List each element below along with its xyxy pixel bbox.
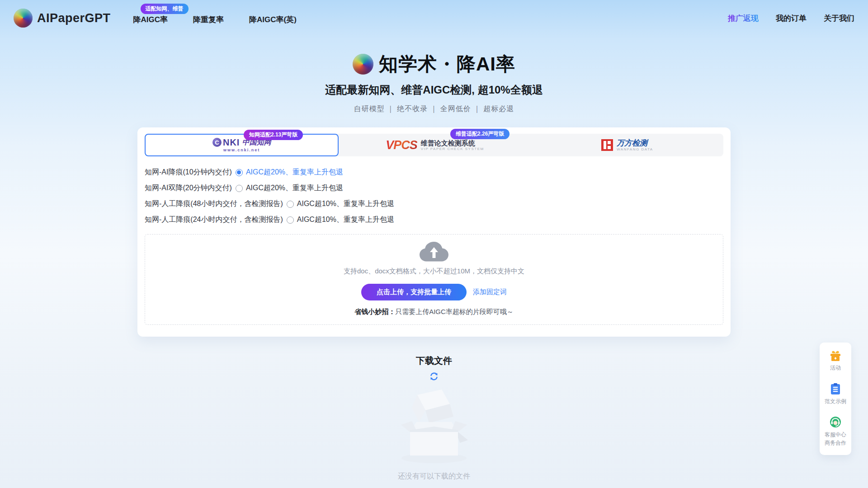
upload-dropzone[interactable]: 支持doc、docx文档格式，大小不超过10M，文档仅支持中文 点击上传，支持批…	[145, 234, 723, 325]
refresh-icon[interactable]	[429, 371, 439, 383]
upload-hint: 支持doc、docx文档格式，大小不超过10M，文档仅支持中文	[145, 267, 723, 276]
nav-menu: 适配知网、维普 降AIGC率 降重复率 降AIGC率(英)	[133, 0, 297, 36]
radio-button[interactable]	[236, 185, 243, 192]
option-label: 知网-AI双降(20分钟内交付)	[145, 183, 232, 193]
money-saving-tip: 省钱小妙招：只需要上传AIGC率超标的片段即可哦～	[145, 308, 723, 316]
nav-item-aigc[interactable]: 适配知网、维普 降AIGC率	[133, 12, 168, 25]
side-label: 活动	[830, 364, 841, 372]
side-item-support[interactable]: 客服中心 商务合作	[825, 416, 846, 447]
nav-item-label: 降AIGC率	[133, 15, 168, 24]
nav-link-about[interactable]: 关于我们	[824, 13, 854, 23]
tab-wanfang[interactable]: 万方检测 WANFANG DATA	[531, 134, 723, 156]
wanfang-logo-icon	[601, 139, 613, 151]
page-title: 知学术・降AI率	[379, 52, 515, 77]
tip-label: 省钱小妙招：	[354, 308, 395, 315]
navbar: AIPaperGPT 适配知网、维普 降AIGC率 降重复率 降AIGC率(英)…	[0, 0, 868, 36]
hero-logo-icon	[353, 54, 373, 75]
side-item-samples[interactable]: 范文示例	[825, 383, 846, 405]
nav-right: 推广返现 我的订单 关于我们	[728, 13, 854, 23]
option-desc: AIGC超20%、重复率上升包退	[246, 183, 343, 193]
main-card: 知网适配2.13严苛版 C NKI 中国知网 www.cnki.net 维普适配…	[137, 127, 731, 337]
option-desc: AIGC超10%、重复率上升包退	[297, 199, 394, 209]
option-desc: AIGC超20%、重复率上升包退	[246, 168, 343, 177]
cnki-globe-icon: C	[212, 138, 222, 147]
clipboard-icon	[830, 383, 841, 395]
gift-icon	[829, 350, 842, 361]
download-title: 下载文件	[0, 355, 868, 367]
download-section: 下载文件 还没有可以下载的文件 找不到订单?	[0, 355, 868, 488]
nav-item-aigc-en[interactable]: 降AIGC率(英)	[249, 12, 297, 25]
brand-name: AIPaperGPT	[37, 11, 111, 25]
floating-side-panel: 活动 范文示例 客服中心 商务合作	[820, 343, 851, 455]
hero-subtitle: 适配最新知网、维普AIGC检测, 超10%全额退	[0, 83, 868, 97]
empty-box-illustration	[0, 387, 868, 470]
cnki-logo-url: www.cnki.net	[223, 148, 260, 152]
service-options: 知网-AI降痕(10分钟内交付) AIGC超20%、重复率上升包退 知网-AI双…	[145, 164, 723, 228]
vpcs-logo-cn: 维普论文检测系统	[421, 139, 484, 147]
nav-item-label: 降重复率	[193, 15, 224, 24]
vpcs-version-badge: 维普适配2.26严苛版	[450, 129, 509, 139]
wanfang-logo: 万方检测 WANFANG DATA	[601, 139, 653, 152]
option-row-ai-trace-10min: 知网-AI降痕(10分钟内交付) AIGC超20%、重复率上升包退	[145, 164, 723, 180]
wanfang-logo-cn: 万方检测	[617, 139, 653, 148]
nav-link-referral[interactable]: 推广返现	[728, 13, 759, 23]
nav-link-orders[interactable]: 我的订单	[776, 13, 807, 23]
nav-item-label: 降AIGC率(英)	[249, 15, 297, 24]
option-desc: AIGC超10%、重复率上升包退	[297, 215, 394, 225]
option-label: 知网-AI降痕(10分钟内交付)	[145, 168, 232, 177]
option-row-double-reduce-20min: 知网-AI双降(20分钟内交付) AIGC超20%、重复率上升包退	[145, 180, 723, 196]
nav-compat-badge: 适配知网、维普	[141, 4, 189, 14]
option-row-manual-24h: 知网-人工降痕(24小时内交付，含检测报告) AIGC超10%、重复率上升包退	[145, 212, 723, 228]
cnki-logo-text: NKI	[223, 138, 240, 147]
hero: 知学术・降AI率 适配最新知网、维普AIGC检测, 超10%全额退 自研模型 ｜…	[0, 52, 868, 114]
side-label: 范文示例	[825, 397, 846, 405]
tab-vpcs[interactable]: 维普适配2.26严苛版 VPCS 维普论文检测系统 VIP PAPER CHEC…	[339, 134, 531, 156]
nav-item-dup-rate[interactable]: 降重复率	[193, 12, 224, 25]
detector-tabs: 知网适配2.13严苛版 C NKI 中国知网 www.cnki.net 维普适配…	[145, 134, 723, 156]
wanfang-logo-en: WANFANG DATA	[617, 147, 653, 151]
brand[interactable]: AIPaperGPT	[14, 9, 111, 28]
tab-cnki[interactable]: 知网适配2.13严苛版 C NKI 中国知网 www.cnki.net	[145, 134, 339, 156]
side-item-activity[interactable]: 活动	[829, 350, 842, 372]
option-label: 知网-人工降痕(48小时内交付，含检测报告)	[145, 199, 283, 209]
option-label: 知网-人工降痕(24小时内交付，含检测报告)	[145, 215, 283, 225]
side-label: 客服中心 商务合作	[825, 431, 846, 447]
vpcs-logo-en: VIP PAPER CHECK SYSTEM	[421, 147, 484, 151]
radio-button[interactable]	[236, 169, 243, 176]
headset-icon	[829, 416, 842, 428]
upload-button[interactable]: 点击上传，支持批量上传	[361, 284, 467, 300]
cloud-upload-icon	[418, 241, 450, 263]
empty-state-text: 还没有可以下载的文件	[0, 472, 868, 481]
add-fixed-words-link[interactable]: 添加固定词	[473, 288, 507, 296]
radio-button[interactable]	[287, 216, 294, 224]
hero-tagline: 自研模型 ｜ 绝不收录 ｜ 全网低价 ｜ 超标必退	[0, 104, 868, 114]
brand-logo-icon	[14, 9, 33, 28]
vpcs-logo: VPCS 维普论文检测系统 VIP PAPER CHECK SYSTEM	[386, 138, 484, 152]
cnki-version-badge: 知网适配2.13严苛版	[244, 130, 303, 140]
option-row-manual-48h: 知网-人工降痕(48小时内交付，含检测报告) AIGC超10%、重复率上升包退	[145, 196, 723, 212]
tip-text: 只需要上传AIGC率超标的片段即可哦～	[395, 308, 514, 315]
radio-button[interactable]	[287, 201, 294, 208]
vpcs-logo-text: VPCS	[386, 138, 417, 152]
